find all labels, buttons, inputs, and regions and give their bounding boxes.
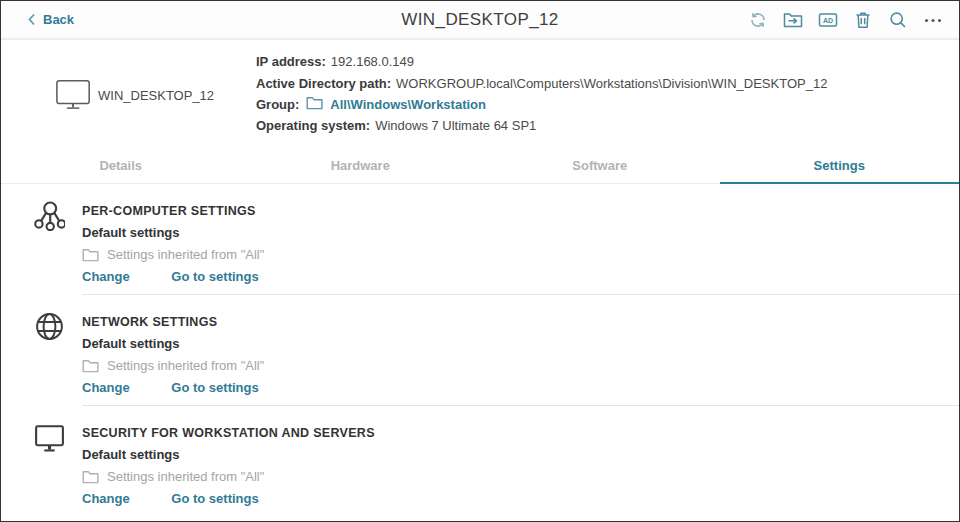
tab-bar: Details Hardware Software Settings	[1, 147, 959, 184]
tab-settings[interactable]: Settings	[720, 147, 960, 183]
folder-icon	[82, 248, 99, 262]
refresh-icon[interactable]	[748, 10, 768, 30]
inherited-row: Settings inherited from "All"	[82, 358, 959, 373]
field-os: Operating system: Windows 7 Ultimate 64 …	[256, 115, 827, 136]
chevron-left-icon	[27, 12, 37, 27]
device-info-panel: WIN_DESKTOP_12 IP address: 192.168.0.149…	[1, 40, 959, 147]
search-icon[interactable]	[888, 10, 908, 30]
section-links: Change Go to settings	[82, 491, 959, 506]
ad-badge-text: AD	[823, 16, 833, 23]
section-subtitle: Default settings	[82, 337, 959, 350]
section-security-workstation-servers: SECURITY FOR WORKSTATION AND SERVERS Def…	[1, 406, 959, 518]
inherited-label: Settings inherited from "All"	[107, 358, 264, 373]
globe-icon	[34, 311, 65, 346]
field-label: Operating system:	[256, 118, 370, 133]
device-fields: IP address: 192.168.0.149 Active Directo…	[256, 51, 827, 137]
section-title: PER-COMPUTER SETTINGS	[82, 205, 959, 218]
field-ad-path: Active Directory path: WORKGROUP.local\C…	[256, 72, 827, 93]
folder-icon	[82, 359, 99, 373]
inherited-row: Settings inherited from "All"	[82, 469, 959, 484]
delete-icon[interactable]	[853, 10, 873, 30]
change-link[interactable]: Change	[82, 380, 130, 395]
go-to-settings-link[interactable]: Go to settings	[171, 491, 258, 506]
go-to-settings-link[interactable]: Go to settings	[171, 269, 258, 284]
active-directory-icon[interactable]: AD	[818, 10, 838, 30]
section-title: NETWORK SETTINGS	[82, 316, 959, 329]
field-label: Group:	[256, 97, 299, 112]
field-label: Active Directory path:	[256, 76, 391, 91]
tab-details[interactable]: Details	[1, 147, 241, 183]
section-links: Change Go to settings	[82, 269, 959, 284]
back-label: Back	[43, 12, 74, 27]
section-subtitle: Default settings	[82, 226, 959, 239]
header-bar: Back WIN_DESKTOP_12 AD	[1, 1, 959, 40]
monitor-icon	[34, 422, 65, 457]
field-label: IP address:	[256, 54, 326, 69]
inherited-label: Settings inherited from "All"	[107, 469, 264, 484]
section-title: SECURITY FOR WORKSTATION AND SERVERS	[82, 427, 959, 440]
move-to-group-icon[interactable]	[783, 10, 803, 30]
section-network-settings: NETWORK SETTINGS Default settings Settin…	[1, 295, 959, 406]
computer-icon	[55, 78, 93, 116]
change-link[interactable]: Change	[82, 491, 130, 506]
group-folder-icon	[306, 96, 323, 113]
tab-software[interactable]: Software	[480, 147, 720, 183]
field-group: Group: All\Windows\Workstation	[256, 94, 827, 115]
field-value: Windows 7 Ultimate 64 SP1	[375, 118, 536, 133]
back-button[interactable]: Back	[27, 1, 74, 38]
section-per-computer-settings: PER-COMPUTER SETTINGS Default settings S…	[1, 184, 959, 295]
more-icon[interactable]	[923, 10, 943, 30]
folder-icon	[82, 470, 99, 484]
field-ip-address: IP address: 192.168.0.149	[256, 51, 827, 72]
device-name: WIN_DESKTOP_12	[98, 88, 214, 103]
group-link[interactable]: All\Windows\Workstation	[330, 97, 486, 112]
field-value: 192.168.0.149	[331, 54, 414, 69]
header-actions: AD	[748, 1, 943, 38]
go-to-settings-link[interactable]: Go to settings	[171, 380, 258, 395]
section-links: Change Go to settings	[82, 380, 959, 395]
inherited-label: Settings inherited from "All"	[107, 247, 264, 262]
tab-hardware[interactable]: Hardware	[241, 147, 481, 183]
field-value: WORKGROUP.local\Computers\Workstations\D…	[396, 76, 827, 91]
inherited-row: Settings inherited from "All"	[82, 247, 959, 262]
change-link[interactable]: Change	[82, 269, 130, 284]
section-subtitle: Default settings	[82, 448, 959, 461]
topology-icon	[34, 200, 65, 235]
